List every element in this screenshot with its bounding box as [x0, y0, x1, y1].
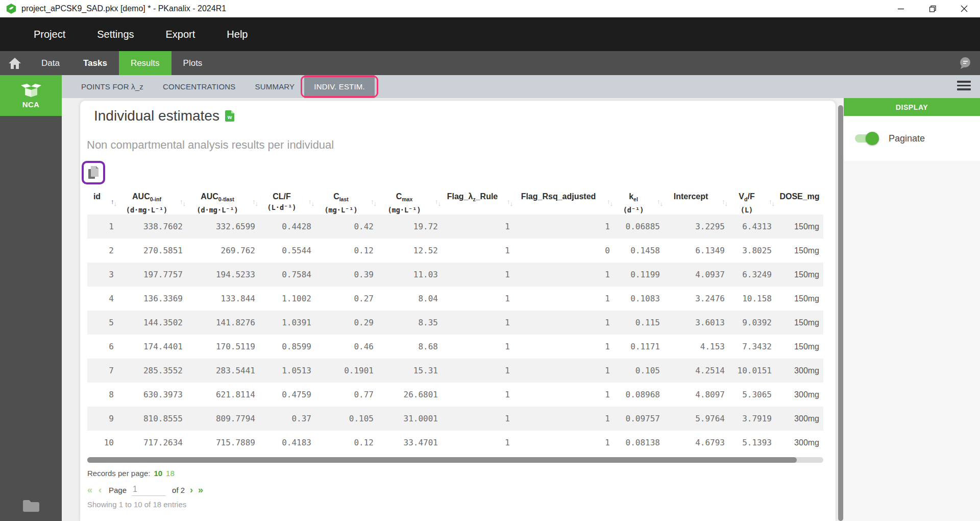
results-card: Individual estimates w Non compartmental…	[80, 101, 836, 521]
cell-DOSE_mg: 150mg	[776, 222, 823, 231]
subtab-concentrations[interactable]: CONCENTRATIONS	[153, 75, 246, 98]
table-row: 7285.3552283.54411.05130.190115.31110.10…	[87, 359, 823, 383]
sort-icon[interactable]: ↑↓	[180, 199, 186, 206]
nav-tab-tasks[interactable]: Tasks	[71, 51, 119, 75]
copy-annotation	[82, 161, 105, 184]
column-label: Cmax(mg·L⁻¹)	[378, 191, 431, 215]
cell-Flag_Rsq_adjusted: 1	[514, 222, 614, 231]
column-header-id[interactable]: id ↑↓	[87, 190, 118, 215]
menu-item-export[interactable]: Export	[166, 29, 195, 40]
nav-tab-bar: DataTasksResultsPlots	[0, 51, 980, 75]
display-panel-empty	[844, 161, 980, 521]
column-header-C_last[interactable]: Clast(mg·L⁻¹)↑↓	[315, 190, 378, 215]
chat-button[interactable]	[959, 56, 972, 72]
column-header-AUC_0-inf[interactable]: AUC0-inf(d·mg·L⁻¹)↑↓	[118, 190, 187, 215]
minimize-icon	[897, 5, 904, 12]
v-scrollbar-thumb[interactable]	[838, 105, 843, 521]
column-header-AUC_0-tlast[interactable]: AUC0-tlast(d·mg·L⁻¹)↑↓	[187, 190, 259, 215]
menu-item-project[interactable]: Project	[34, 29, 65, 40]
sort-icon[interactable]: ↑↓	[308, 199, 314, 206]
column-label: id	[87, 191, 107, 212]
column-header-CL_F[interactable]: CL/F(L·d⁻¹)↑↓	[259, 190, 315, 215]
cell-C_max: 31.0001	[378, 414, 442, 423]
close-button[interactable]	[948, 0, 980, 17]
export-file-icon[interactable]: w	[225, 110, 235, 122]
cell-k_el: 0.1171	[614, 342, 664, 351]
display-panel: DISPLAY Paginate	[844, 98, 980, 521]
subtab-indiv-estim-[interactable]: INDIV. ESTIM.	[304, 75, 375, 98]
nca-label: NCA	[22, 100, 39, 109]
maximize-button[interactable]	[917, 0, 948, 17]
sort-icon[interactable]: ↑↓	[111, 199, 117, 206]
column-header-Flag_lambda_z_Rule[interactable]: Flag_λz_Rule ↑↓	[442, 190, 514, 215]
menu-item-settings[interactable]: Settings	[97, 29, 134, 40]
cell-AUC_0-inf: 270.5851	[118, 246, 187, 255]
paginate-toggle[interactable]	[855, 134, 877, 143]
v-scrollbar[interactable]	[838, 98, 844, 521]
cell-C_max: 8.68	[378, 342, 442, 351]
sort-icon[interactable]: ↑↓	[435, 199, 441, 206]
sort-icon[interactable]: ↑↓	[722, 199, 728, 206]
cell-k_el: 0.1458	[614, 246, 664, 255]
subtab-summary[interactable]: SUMMARY	[246, 75, 305, 98]
sort-icon[interactable]: ↑↓	[657, 199, 663, 206]
column-header-Flag_Rsq_adjusted[interactable]: Flag_Rsq_adjusted ↑↓	[514, 190, 614, 215]
cell-V_d_F: 3.8025	[729, 246, 776, 255]
nav-tab-data[interactable]: Data	[30, 51, 71, 75]
sort-icon[interactable]: ↑↓	[252, 199, 258, 206]
cell-Flag_lambda_z_Rule: 1	[442, 246, 514, 255]
cell-AUC_0-inf: 144.3502	[118, 318, 187, 327]
last-page-button[interactable]: »	[198, 485, 203, 494]
cell-k_el: 0.105	[614, 366, 664, 375]
cell-V_d_F: 6.3249	[729, 270, 776, 279]
menu-item-help[interactable]: Help	[227, 29, 248, 40]
sort-icon[interactable]: ↑↓	[769, 199, 775, 206]
cell-C_last: 0.42	[315, 222, 378, 231]
first-page-button[interactable]: «	[87, 485, 92, 494]
home-button[interactable]	[0, 51, 30, 75]
h-scrollbar-thumb[interactable]	[87, 457, 797, 463]
records-option-10[interactable]: 10	[154, 469, 162, 478]
column-header-k_el[interactable]: kel(d⁻¹)↑↓	[614, 190, 664, 215]
cell-AUC_0-tlast: 141.8276	[187, 318, 259, 327]
nav-tab-results[interactable]: Results	[119, 51, 172, 75]
sidebar: NCA	[0, 75, 62, 521]
cell-id: 7	[87, 366, 118, 375]
cell-AUC_0-inf: 197.7757	[118, 270, 187, 279]
sort-icon[interactable]: ↑↓	[371, 199, 377, 206]
minimize-button[interactable]	[885, 0, 917, 17]
h-scrollbar[interactable]	[87, 457, 823, 463]
sort-icon[interactable]: ↑↓	[607, 199, 613, 206]
table-row: 9810.8555809.77940.370.10531.0001110.097…	[87, 407, 823, 431]
cell-C_last: 0.12	[315, 438, 378, 447]
page-count-label: of 2	[172, 486, 185, 494]
column-label: Clast(mg·L⁻¹)	[315, 191, 366, 215]
hamburger-menu-icon[interactable]	[957, 81, 971, 90]
cell-id: 5	[87, 318, 118, 327]
next-page-button[interactable]: ›	[190, 485, 193, 494]
cell-Intercept: 3.2295	[664, 222, 729, 231]
cell-DOSE_mg: 150mg	[776, 342, 823, 351]
column-header-V_d_F[interactable]: Vd/F(L)↑↓	[729, 190, 776, 215]
chat-icon	[959, 56, 972, 69]
records-option-18[interactable]: 18	[166, 469, 175, 478]
sidebar-item-nca[interactable]: NCA	[0, 75, 62, 116]
nav-tab-plots[interactable]: Plots	[172, 51, 214, 75]
cell-Flag_Rsq_adjusted: 1	[514, 318, 614, 327]
cell-AUC_0-inf: 717.2634	[118, 438, 187, 447]
cell-Intercept: 6.1349	[664, 246, 729, 255]
prev-page-button[interactable]: ‹	[99, 485, 102, 494]
column-header-C_max[interactable]: Cmax(mg·L⁻¹)↑↓	[378, 190, 442, 215]
column-header-Intercept[interactable]: Intercept ↑↓	[664, 190, 729, 215]
sort-icon[interactable]: ↑↓	[507, 199, 513, 206]
cell-AUC_0-tlast: 332.6599	[187, 222, 259, 231]
cell-AUC_0-inf: 285.3552	[118, 366, 187, 375]
cell-V_d_F: 9.0392	[729, 318, 776, 327]
page-input[interactable]	[132, 484, 166, 496]
cell-k_el: 0.09757	[614, 414, 664, 423]
subtab-points-for-λ-z[interactable]: POINTS FOR λ_z	[71, 75, 153, 98]
cell-V_d_F: 5.1393	[729, 438, 776, 447]
cell-AUC_0-tlast: 269.762	[187, 246, 259, 255]
copy-icon[interactable]	[87, 165, 100, 180]
folder-button[interactable]	[0, 499, 62, 513]
